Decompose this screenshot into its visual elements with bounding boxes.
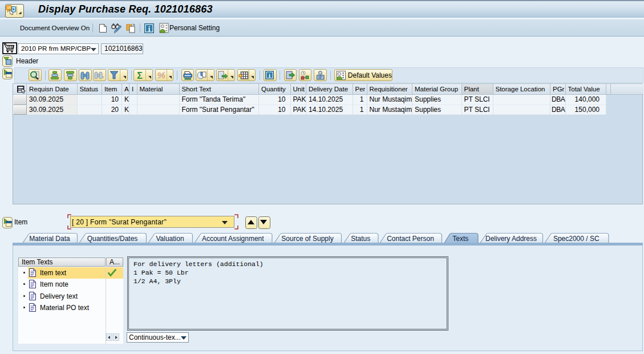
svg-text:Delivery Address: Delivery Address — [485, 235, 536, 243]
svg-text:Quantities/Dates: Quantities/Dates — [87, 235, 138, 243]
svg-text:Material Data: Material Data — [29, 235, 70, 243]
svg-text:Texts: Texts — [452, 235, 468, 243]
svg-text:Spec2000 / SC: Spec2000 / SC — [553, 235, 599, 243]
svg-text:Valuation: Valuation — [156, 235, 184, 243]
svg-text:Source of Supply: Source of Supply — [281, 235, 333, 243]
svg-text:Σ: Σ — [137, 71, 143, 81]
svg-text:Account Assignment: Account Assignment — [202, 235, 264, 243]
svg-text:Contact Person: Contact Person — [387, 235, 434, 243]
svg-text:i: i — [268, 72, 270, 79]
svg-text:i: i — [148, 25, 151, 33]
svg-text:Status: Status — [351, 235, 370, 243]
